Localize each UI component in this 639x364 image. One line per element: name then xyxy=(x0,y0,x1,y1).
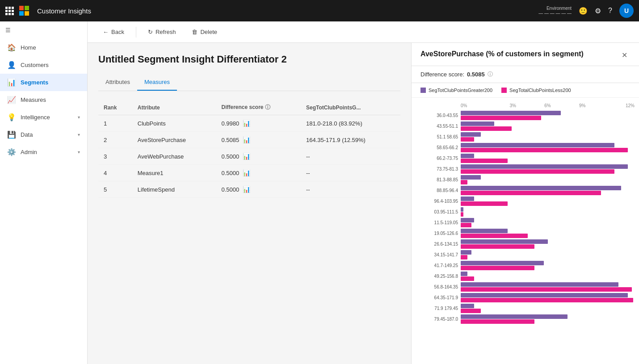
bar-purple xyxy=(461,304,474,308)
data-icon: 💾 xyxy=(7,130,16,139)
bar-pink xyxy=(461,234,528,238)
help-icon[interactable]: ? xyxy=(608,7,612,15)
bar-label: 96.4-103.95 xyxy=(412,199,461,204)
legend-label-1: SegTotClubPointsGreater200 xyxy=(429,88,492,93)
back-icon: ← xyxy=(103,29,109,35)
table-row: 2 AveStorePurchase 0.5085 📊 164.35-171.9… xyxy=(98,132,400,148)
cell-attribute: LifetimeSpend xyxy=(132,181,216,198)
back-button[interactable]: ← Back xyxy=(98,26,129,38)
close-button[interactable]: ✕ xyxy=(619,50,630,60)
col-rank: Rank xyxy=(98,100,132,115)
sidebar-item-segments[interactable]: 📊 Segments xyxy=(0,74,87,91)
chart-area: 0% 3% 6% 9% 12% 36.0-43.55 43.55-51.1 xyxy=(412,98,639,364)
bar-pink xyxy=(461,309,481,313)
bar-purple xyxy=(461,175,481,180)
bar-label: 49.25-156.8 xyxy=(412,274,461,279)
bar-pink xyxy=(461,180,467,184)
chart-row: 26.6-134.15 xyxy=(412,239,635,249)
sidebar-item-measures[interactable]: 📈 Measures xyxy=(0,91,87,109)
col-attribute: Attribute xyxy=(132,100,216,115)
bar-purple xyxy=(461,218,474,222)
bar-pink xyxy=(461,191,601,195)
col-seg1: SegTotClubPointsG... xyxy=(301,100,400,115)
home-icon: 🏠 xyxy=(7,43,16,52)
app-name: Customer Insights xyxy=(37,7,91,15)
ms-logo xyxy=(19,6,29,16)
bar-label: 71.9 179.45 xyxy=(412,306,461,311)
sidebar-item-customers[interactable]: 👤 Customers xyxy=(0,56,87,74)
bar-purple xyxy=(461,261,544,265)
chevron-down-icon: ▾ xyxy=(78,132,80,137)
sidebar-item-admin[interactable]: ⚙️ Admin ▾ xyxy=(0,143,87,161)
measures-icon: 📈 xyxy=(7,96,16,104)
legend-item-2: SegTotalClubPointsLess200 xyxy=(501,88,571,93)
bar-label: 66.2-73.75 xyxy=(412,156,461,161)
bar-pink xyxy=(461,255,467,259)
cell-rank: 5 xyxy=(98,181,132,198)
cell-rank: 1 xyxy=(98,115,132,132)
bar-label: 19.05-126.6 xyxy=(412,231,461,236)
chart-row: 11.5-119.05 xyxy=(412,218,635,227)
cell-seg1: -- xyxy=(301,181,400,198)
bar-label: 79.45-187.0 xyxy=(412,317,461,322)
table-row: 1 ClubPoints 0.9980 📊 181.0-218.0 (83.92… xyxy=(98,115,400,132)
chart-bar-icon[interactable]: 📊 xyxy=(243,136,250,143)
settings-icon[interactable]: ⚙ xyxy=(595,7,601,15)
chart-row: 81.3-88.85 xyxy=(412,175,635,184)
tab-attributes[interactable]: Attributes xyxy=(98,74,137,91)
chart-bar-icon[interactable]: 📊 xyxy=(243,186,250,193)
bar-pink xyxy=(461,159,508,163)
bar-label: 81.3-88.85 xyxy=(412,177,461,182)
bar-pink xyxy=(461,137,474,142)
chart-bar-icon[interactable]: 📊 xyxy=(243,120,250,127)
bar-label: 51.1 58.65 xyxy=(412,134,461,139)
chart-row: 79.45-187.0 xyxy=(412,314,635,324)
tab-measures[interactable]: Measures xyxy=(137,74,177,91)
sidebar-item-intelligence[interactable]: 💡 Intelligence ▾ xyxy=(0,109,87,126)
chart-bar-icon[interactable]: 📊 xyxy=(243,169,250,176)
page-title: Untitled Segment Insight Differentiator … xyxy=(98,54,400,65)
bar-label: 11.5-119.05 xyxy=(412,220,461,225)
sidebar-toggle[interactable]: ☰ xyxy=(0,21,87,39)
score-info-icon[interactable]: ⓘ xyxy=(488,71,493,78)
waffle-menu[interactable] xyxy=(5,7,14,15)
customers-icon: 👤 xyxy=(7,61,16,69)
table-row: 5 LifetimeSpend 0.5000 📊 -- xyxy=(98,181,400,198)
bar-pink xyxy=(461,276,474,281)
avatar[interactable]: U xyxy=(619,4,634,18)
cell-seg1: 181.0-218.0 (83.92%) xyxy=(301,115,400,132)
chart-row: 66.2-73.75 xyxy=(412,154,635,163)
refresh-button[interactable]: ↻ Refresh xyxy=(143,26,181,38)
chart-row: 49.25-156.8 xyxy=(412,272,635,281)
side-panel: AveStorePurchase (% of customers in segm… xyxy=(411,43,639,364)
bar-purple xyxy=(461,282,618,287)
bar-pink xyxy=(461,148,628,152)
bar-purple xyxy=(461,154,474,158)
cell-diff-score: 0.5000 📊 xyxy=(216,165,301,181)
cell-attribute: AveWebPurchase xyxy=(132,148,216,165)
chart-row: 19.05-126.6 xyxy=(412,229,635,238)
chart-row: 73.75-81.3 xyxy=(412,164,635,174)
delete-button[interactable]: 🗑 Delete xyxy=(187,26,222,38)
segments-icon: 📊 xyxy=(7,78,16,87)
bar-pink xyxy=(461,116,541,120)
info-icon[interactable]: ⓘ xyxy=(265,104,270,110)
bar-label: 58.65-66.2 xyxy=(412,145,461,150)
bar-label: 26.6-134.15 xyxy=(412,242,461,247)
env-section: Environment — — — — — — xyxy=(538,6,572,16)
chart-row: 51.1 58.65 xyxy=(412,132,635,142)
bar-purple xyxy=(461,143,614,147)
bar-label: 36.0-43.55 xyxy=(412,113,461,118)
sidebar-item-data[interactable]: 💾 Data ▾ xyxy=(0,126,87,143)
sidebar-item-home[interactable]: 🏠 Home xyxy=(0,39,87,56)
smiley-icon[interactable]: 🙂 xyxy=(579,7,588,15)
bar-purple xyxy=(461,121,494,126)
chart-bar-icon[interactable]: 📊 xyxy=(243,153,250,160)
bar-pink xyxy=(461,169,614,174)
bar-purple xyxy=(461,111,561,115)
cell-rank: 3 xyxy=(98,148,132,165)
bar-purple xyxy=(461,293,628,297)
chart-row: 64.35-171.9 xyxy=(412,293,635,302)
bar-label: 41.7-149.25 xyxy=(412,263,461,268)
panel-score: Difference score: 0.5085 ⓘ xyxy=(412,66,639,83)
